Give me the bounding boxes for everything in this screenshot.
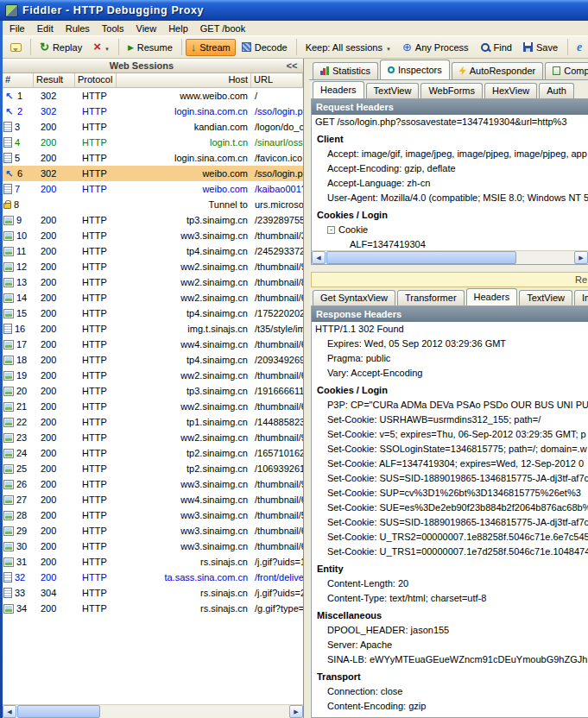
session-row[interactable]: 12200HTTPww2.sinaimg.cn/thumbnail/9234	[3, 259, 303, 274]
session-row[interactable]: 18200HTTPtp4.sinaimg.cn/2093492691/50	[3, 352, 303, 368]
comment-button[interactable]	[5, 40, 27, 55]
header-row[interactable]: Content-Length: 20	[312, 576, 588, 591]
session-row[interactable]: 27200HTTPww4.sinaimg.cn/thumbnail/61e6	[3, 492, 303, 507]
session-row[interactable]: 8Tunnel tours.microsoft.c	[3, 197, 303, 212]
session-row[interactable]: 29200HTTPww3.sinaimg.cn/thumbnail/684f	[3, 523, 303, 538]
scroll-thumb[interactable]	[326, 251, 516, 264]
header-row[interactable]: Server: Apache	[312, 638, 588, 652]
session-row[interactable]: 23200HTTPww2.sinaimg.cn/thumbnail/93b8	[3, 430, 303, 445]
request-tab-webforms[interactable]: WebForms	[420, 83, 483, 98]
menu-item-edit[interactable]: Edit	[31, 22, 60, 35]
header-row[interactable]: Connection: close	[312, 684, 588, 699]
session-row[interactable]: 22200HTTPtp1.sinaimg.cn/1448858232/50	[3, 414, 303, 430]
tab-inspectors[interactable]: Inspectors	[380, 60, 450, 79]
scroll-track[interactable]	[101, 705, 289, 718]
launch-ie-button[interactable]	[572, 39, 587, 56]
remove-sessions-button[interactable]	[88, 38, 115, 56]
response-tab-im[interactable]: Im	[574, 290, 588, 305]
scroll-track[interactable]	[517, 251, 574, 264]
header-row[interactable]: Expires: Wed, 05 Sep 2012 03:29:36 GMT	[312, 337, 588, 351]
header-row[interactable]: SINA-LB: eWYyMTEuaGEueWZncm91cDEuYmoubG9…	[312, 652, 588, 667]
session-row[interactable]: 3200HTTPkandian.com/logon/do_cross	[3, 119, 303, 135]
scroll-right-button[interactable]	[289, 705, 303, 718]
session-row[interactable]: 19200HTTPww2.sinaimg.cn/thumbnail/6391	[3, 368, 303, 383]
header-group-row[interactable]: Transport	[312, 670, 588, 684]
request-tab-hexview[interactable]: HexView	[484, 83, 537, 98]
tab-comp[interactable]: Comp	[545, 62, 588, 79]
header-row[interactable]: Vary: Accept-Encoding	[312, 366, 588, 381]
session-row[interactable]: 14200HTTPww2.sinaimg.cn/thumbnail/6482	[3, 290, 303, 305]
header-row[interactable]: Content-Type: text/html; charset=utf-8	[312, 591, 588, 606]
header-group-row[interactable]: Cookies / Login	[312, 208, 588, 223]
header-group-row[interactable]: Miscellaneous	[312, 608, 588, 623]
session-row[interactable]: 5200HTTPlogin.sina.com.cn/favicon.ico	[3, 150, 303, 166]
keep-sessions-dropdown[interactable]: Keep: All sessions	[300, 39, 396, 56]
response-tab-textview[interactable]: TextView	[519, 290, 572, 305]
scroll-right-button[interactable]	[574, 251, 588, 264]
menu-item-rules[interactable]: Rules	[60, 22, 96, 35]
tab-autoresponder[interactable]: AutoResponder	[452, 62, 543, 79]
header-row[interactable]: Set-Cookie: U_TRS1=00000007.1e7d258f.504…	[312, 545, 588, 559]
find-button[interactable]: Find	[475, 39, 517, 56]
session-row[interactable]: 7200HTTPweibo.com/kaibao001?wvr=	[3, 181, 303, 197]
tab-statistics[interactable]: Statistics	[313, 62, 378, 79]
scroll-left-button[interactable]	[3, 705, 16, 718]
save-button[interactable]: Save	[518, 39, 563, 56]
header-row[interactable]: Set-Cookie: SSOLoginState=1346815775; pa…	[312, 442, 588, 457]
response-tab-get-syntaxview[interactable]: Get SyntaxView	[313, 290, 395, 305]
header-group-row[interactable]: Entity	[312, 562, 588, 576]
resume-button[interactable]: Resume	[123, 38, 178, 56]
session-row[interactable]: ↖1302HTTPwww.weibo.com/	[3, 88, 303, 104]
session-row[interactable]: 11200HTTPtp4.sinaimg.cn/2452933723/50	[3, 243, 303, 259]
header-row[interactable]: Set-Cookie: U_TRS2=00000007.1e88258f.504…	[312, 530, 588, 545]
header-row[interactable]: Set-Cookie: v=5; expires=Thu, 06-Sep-201…	[312, 427, 588, 442]
session-row[interactable]: ↖2302HTTPlogin.sina.com.cn/sso/login.php…	[3, 104, 303, 119]
session-row[interactable]: 34200HTTPrs.sinajs.cn/g.gif?type=1&t	[3, 601, 303, 616]
header-row[interactable]: Accept: image/gif, image/jpeg, image/pjp…	[312, 147, 588, 161]
menu-item-file[interactable]: File	[3, 22, 31, 35]
column-header-url[interactable]: URL	[251, 73, 303, 87]
scroll-left-button[interactable]	[312, 251, 326, 264]
session-row[interactable]: 31200HTTPrs.sinajs.cn/j.gif?uids=1421	[3, 554, 303, 570]
header-row[interactable]: Set-Cookie: SUP=cv%3D1%26bt%3D1346815775…	[312, 486, 588, 501]
header-row[interactable]: Accept-Encoding: gzip, deflate	[312, 161, 588, 176]
header-group-row[interactable]: Cookies / Login	[312, 383, 588, 398]
decode-toggle-button[interactable]: Decode	[237, 39, 293, 56]
session-row[interactable]: ↖6302HTTPweibo.com/sso/login.php?s	[3, 166, 303, 181]
response-tab-headers[interactable]: Headers	[466, 288, 518, 305]
session-row[interactable]: 13200HTTPww2.sinaimg.cn/thumbnail/8fac	[3, 274, 303, 290]
header-row[interactable]: P3P: CP="CURa ADMa DEVa PSAo PSDo OUR BU…	[312, 398, 588, 413]
header-row[interactable]: Set-Cookie: SUS=SID-1889019865-134681577…	[312, 515, 588, 530]
menu-item-view[interactable]: View	[130, 22, 163, 35]
header-row[interactable]: Content-Encoding: gzip	[312, 699, 588, 714]
stream-toggle-button[interactable]: Stream	[186, 39, 236, 56]
header-row[interactable]: Set-Cookie: SUE=es%3De2eb90f23b884b2f206…	[312, 501, 588, 515]
session-row[interactable]: 15200HTTPtp4.sinaimg.cn/1752202027/50	[3, 305, 303, 321]
session-row[interactable]: 9200HTTPtp3.sinaimg.cn/2392897554/50	[3, 212, 303, 228]
header-group-row[interactable]: Client	[312, 132, 588, 147]
session-row[interactable]: 26200HTTPww3.sinaimg.cn/thumbnail/9b62	[3, 476, 303, 492]
session-row[interactable]: 10200HTTPww3.sinaimg.cn/thumbnail/3feb	[3, 228, 303, 243]
session-row[interactable]: 16200HTTPimg.t.sinajs.cn/t35/style/image	[3, 321, 303, 337]
header-row[interactable]: Set-Cookie: ALF=1347419304; expires=Wed,…	[312, 457, 588, 471]
header-row[interactable]: Set-Cookie: USRHAWB=usrmdins312_155; pat…	[312, 413, 588, 427]
request-tab-textview[interactable]: TextView	[366, 83, 420, 98]
sessions-h-scrollbar[interactable]	[3, 704, 303, 718]
column-header-result[interactable]: Result	[34, 73, 75, 87]
title-bar[interactable]: Fiddler - HTTP Debugging Proxy	[0, 0, 588, 21]
request-tab-headers[interactable]: Headers	[313, 81, 364, 98]
column-header-protocol[interactable]: Protocol	[75, 73, 117, 87]
session-row[interactable]: 4200HTTPlogin.t.cn/sinaurl/oss.json	[3, 135, 303, 150]
header-row[interactable]: -Cookie	[312, 223, 588, 237]
session-row[interactable]: 20200HTTPtp3.sinaimg.cn/1916666114/50	[3, 383, 303, 399]
column-header-host[interactable]: Host	[117, 73, 251, 87]
menu-item-get-book[interactable]: GET /book	[194, 22, 251, 35]
header-row[interactable]: Set-Cookie: SUS=SID-1889019865-134681577…	[312, 471, 588, 486]
session-row[interactable]: 24200HTTPtp2.sinaimg.cn/1657101625/50	[3, 445, 303, 461]
header-row[interactable]: User-Agent: Mozilla/4.0 (compatible; MSI…	[312, 191, 588, 205]
header-row[interactable]: DPOOL_HEADER: jason155	[312, 623, 588, 638]
session-row[interactable]: 33304HTTPrs.sinajs.cn/j.gif?uids=2072	[3, 585, 303, 601]
any-process-button[interactable]: Any Process	[397, 39, 474, 56]
header-row[interactable]: Location: http://weibo.com/kaibao001?wvr…	[312, 714, 588, 717]
response-tab-transformer[interactable]: Transformer	[397, 290, 465, 305]
